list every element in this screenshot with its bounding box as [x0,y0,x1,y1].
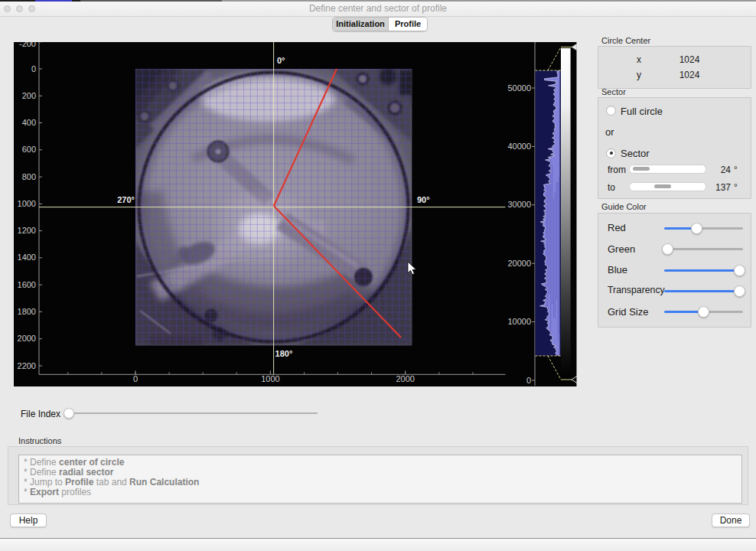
svg-text:270°: 270° [117,195,135,204]
svg-text:-200: -200 [19,42,36,48]
svg-text:40000: 40000 [507,142,531,151]
svg-text:0: 0 [526,376,531,385]
svg-text:1400: 1400 [18,253,36,262]
svg-text:400: 400 [22,118,36,127]
svg-text:30000: 30000 [507,200,531,209]
svg-text:20000: 20000 [507,259,531,268]
svg-text:2000: 2000 [396,374,414,383]
svg-text:0: 0 [31,64,36,73]
svg-text:50000: 50000 [507,83,531,93]
svg-text:1000: 1000 [18,199,36,208]
svg-text:1600: 1600 [18,280,36,289]
svg-text:1200: 1200 [18,226,36,235]
svg-text:200: 200 [22,91,36,100]
svg-text:2000: 2000 [18,334,36,343]
svg-text:1800: 1800 [18,307,36,316]
svg-text:180°: 180° [275,349,293,358]
svg-text:0°: 0° [277,56,285,65]
svg-text:600: 600 [22,145,36,154]
svg-text:1000: 1000 [261,374,279,383]
svg-text:90°: 90° [417,195,430,204]
svg-text:2200: 2200 [18,361,36,370]
svg-text:0: 0 [133,374,138,383]
svg-text:800: 800 [22,172,36,181]
svg-text:10000: 10000 [507,317,531,326]
